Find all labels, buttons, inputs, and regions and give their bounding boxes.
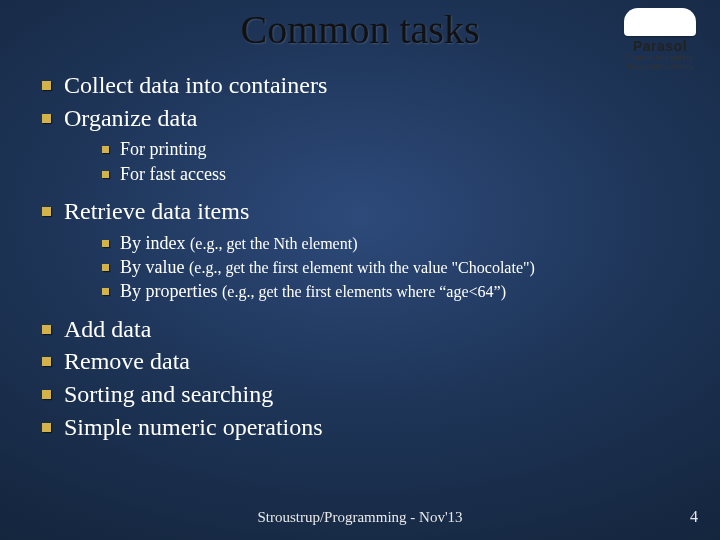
bullet-paren: (e.g., get the first elements where “age… [222,283,506,300]
bullet-text: For fast access [120,164,226,184]
list-item: Organize data For printing For fast acce… [36,103,690,186]
parasol-logo: Parasol Smarter computing. Texas A&M Uni… [614,8,706,70]
bullet-paren: (e.g., get the first element with the va… [189,259,535,276]
logo-name: Parasol [614,38,706,54]
bullet-text: Sorting and searching [64,381,273,407]
page-number: 4 [690,508,698,526]
bullet-list: Collect data into containers Organize da… [36,70,690,443]
logo-tagline: Smarter computing. [614,53,706,62]
list-item: By index (e.g., get the Nth element) [98,231,690,255]
list-item: Simple numeric operations [36,412,690,443]
bullet-text: By value [120,257,189,277]
list-item: By properties (e.g., get the first eleme… [98,279,690,303]
logo-university: Texas A&M University [614,63,706,70]
bullet-text: By index [120,233,190,253]
list-item: Retrieve data items By index (e.g., get … [36,196,690,304]
bullet-paren: (e.g., get the Nth element) [190,235,358,252]
list-item: Collect data into containers [36,70,690,101]
list-item: By value (e.g., get the first element wi… [98,255,690,279]
slide: Common tasks Parasol Smarter computing. … [0,0,720,540]
parasol-icon [624,8,696,36]
bullet-text: Add data [64,316,151,342]
bullet-text: Retrieve data items [64,198,249,224]
slide-title: Common tasks [0,0,720,53]
slide-footer: Stroustrup/Programming - Nov'13 [0,509,720,526]
bullet-text: Remove data [64,348,190,374]
bullet-text: Collect data into containers [64,72,327,98]
bullet-text: Simple numeric operations [64,414,323,440]
list-item: For fast access [98,162,690,186]
list-item: Remove data [36,346,690,377]
slide-body: Collect data into containers Organize da… [36,70,690,445]
sub-list: For printing For fast access [98,137,690,186]
bullet-text: Organize data [64,105,198,131]
sub-list: By index (e.g., get the Nth element) By … [98,231,690,304]
list-item: Add data [36,314,690,345]
list-item: Sorting and searching [36,379,690,410]
list-item: For printing [98,137,690,161]
bullet-text: By properties [120,281,222,301]
bullet-text: For printing [120,139,207,159]
